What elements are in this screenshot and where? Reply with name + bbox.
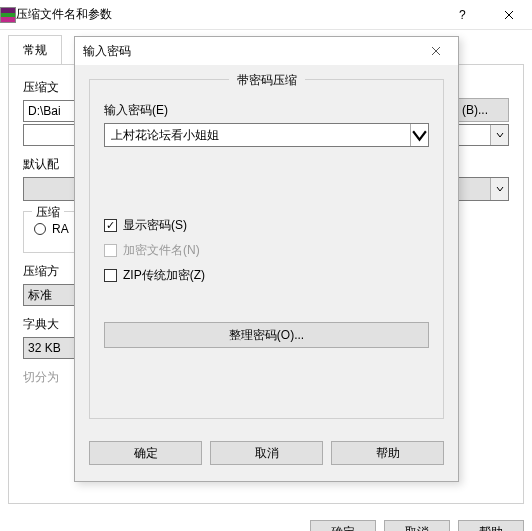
checkbox-icon [104, 219, 117, 232]
password-modal: 输入密码 带密码压缩 输入密码(E) 显示密码(S) 加密文件名(N) [74, 36, 459, 482]
checkbox-icon [104, 244, 117, 257]
modal-help-button[interactable]: 帮助 [331, 441, 444, 465]
svg-text:?: ? [459, 10, 466, 20]
modal-cancel-button[interactable]: 取消 [210, 441, 323, 465]
show-password-checkbox[interactable]: 显示密码(S) [104, 217, 429, 234]
show-password-label: 显示密码(S) [123, 217, 187, 234]
modal-ok-button[interactable]: 确定 [89, 441, 202, 465]
method-value: 标准 [28, 287, 52, 304]
password-label: 输入密码(E) [104, 102, 429, 119]
modal-buttons: 确定 取消 帮助 [75, 433, 458, 473]
main-cancel-button[interactable]: 取消 [384, 520, 450, 531]
checkbox-icon [104, 269, 117, 282]
chevron-down-icon [490, 125, 508, 145]
format-legend: 压缩 [32, 204, 64, 221]
password-dropdown-button[interactable] [410, 124, 428, 146]
main-help-button[interactable]: 帮助 [458, 520, 524, 531]
groupbox-legend: 带密码压缩 [229, 72, 305, 89]
dict-value: 32 KB [28, 341, 61, 355]
format-rar-label: RA [52, 222, 69, 236]
main-titlebar: 压缩文件名和参数 ? [0, 0, 532, 30]
password-groupbox: 带密码压缩 输入密码(E) 显示密码(S) 加密文件名(N) ZIP传统加密(Z… [89, 79, 444, 419]
tab-general[interactable]: 常规 [8, 35, 62, 65]
modal-titlebar: 输入密码 [75, 37, 458, 65]
encrypt-names-label: 加密文件名(N) [123, 242, 200, 259]
organize-passwords-button[interactable]: 整理密码(O)... [104, 322, 429, 348]
main-buttons: 确定 取消 帮助 [0, 512, 532, 531]
chevron-down-icon [490, 178, 508, 200]
close-titlebar-button[interactable] [486, 0, 532, 30]
modal-title: 输入密码 [83, 43, 422, 60]
main-title: 压缩文件名和参数 [16, 6, 440, 23]
zip-legacy-label: ZIP传统加密(Z) [123, 267, 205, 284]
radio-icon [34, 223, 46, 235]
help-titlebar-button[interactable]: ? [440, 0, 486, 30]
main-ok-button[interactable]: 确定 [310, 520, 376, 531]
modal-close-button[interactable] [422, 37, 450, 65]
password-combo [104, 123, 429, 147]
encrypt-names-checkbox: 加密文件名(N) [104, 242, 429, 259]
zip-legacy-checkbox[interactable]: ZIP传统加密(Z) [104, 267, 429, 284]
app-icon [0, 7, 16, 23]
password-input[interactable] [105, 124, 410, 146]
